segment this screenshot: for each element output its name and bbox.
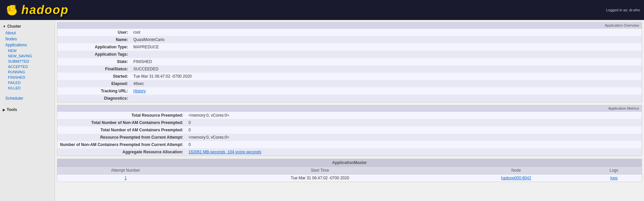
am-table: ApplicationMaster Attempt Number Start T… xyxy=(57,159,642,182)
svg-point-7 xyxy=(14,5,16,7)
am-attempt-link[interactable]: 1 xyxy=(124,176,127,180)
table-row: FinalStatus: SUCCEEDED xyxy=(57,65,642,73)
state-value: FINISHED xyxy=(131,58,642,65)
am-table-row: 1 Tue Mar 31 06:47:02 -0700 2020 hadoop0… xyxy=(57,174,642,182)
sidebar-item-nodes[interactable]: Nodes xyxy=(0,36,55,42)
app-overview-title: Application Overview xyxy=(57,22,642,29)
aggregate-resource-link[interactable]: 162061 MB-seconds, 104 vcore-seconds xyxy=(189,150,261,154)
resource-preempted-current-label: Resource Preempted from Current Attempt: xyxy=(57,134,186,141)
total-resource-preempted-value: <memory:0, vCores:0> xyxy=(186,112,642,119)
table-row: State: FINISHED xyxy=(57,58,642,65)
non-am-containers-label: Total Number of Non-AM Containers Preemp… xyxy=(57,119,186,126)
logo-text: hadoop xyxy=(21,3,69,17)
content-area: Application Overview User: root Name: Qu… xyxy=(55,20,644,201)
table-row: Total Number of Non-AM Containers Preemp… xyxy=(57,119,642,126)
app-type-label: Application Type: xyxy=(57,43,131,51)
table-row: Number of Non-AM Containers Preempted fr… xyxy=(57,141,642,148)
aggregate-resource-value: 162061 MB-seconds, 104 vcore-seconds xyxy=(186,148,642,156)
table-row: Resource Preempted from Current Attempt:… xyxy=(57,134,642,141)
svg-point-3 xyxy=(8,7,10,11)
table-row: Total Number of AM Containers Preempted:… xyxy=(57,126,642,134)
tools-section-header[interactable]: ▶ Tools xyxy=(0,106,55,113)
am-containers-value: 0 xyxy=(186,126,642,134)
logged-in-label: Logged in as: dr.who xyxy=(606,8,640,12)
hadoop-elephant-icon xyxy=(4,2,20,18)
am-logs-link[interactable]: logs xyxy=(610,176,618,180)
sidebar-item-killed[interactable]: KILLED xyxy=(0,85,55,91)
am-col-start-time: Start Time xyxy=(194,167,446,174)
header: hadoop Logged in as: dr.who xyxy=(0,0,644,20)
app-metrics-panel: Application Metrics Total Resource Preem… xyxy=(57,105,642,156)
non-am-containers-value: 0 xyxy=(186,119,642,126)
tracking-url-label: Tracking URL: xyxy=(57,87,131,95)
sidebar-item-finished[interactable]: FINISHED xyxy=(0,75,55,80)
app-tags-value xyxy=(131,51,642,58)
sidebar-item-applications[interactable]: Applications xyxy=(0,42,55,48)
started-value: Tue Mar 31 06:47:02 -0700 2020 xyxy=(131,73,642,80)
cluster-section-header[interactable]: ▼ Cluster xyxy=(0,23,55,30)
final-status-label: FinalStatus: xyxy=(57,65,131,73)
table-row: Application Type: MAPREDUCE xyxy=(57,43,642,51)
am-containers-label: Total Number of AM Containers Preempted: xyxy=(57,126,186,134)
table-row: Aggregate Resource Allocation: 162061 MB… xyxy=(57,148,642,156)
tools-arrow: ▶ xyxy=(3,108,5,112)
state-label: State: xyxy=(57,58,131,65)
user-value: root xyxy=(131,29,642,36)
am-col-attempt: Attempt Number xyxy=(57,167,194,174)
am-panel: ApplicationMaster Attempt Number Start T… xyxy=(57,159,642,182)
am-node-value: hadoop000:8042 xyxy=(446,174,586,182)
aggregate-resource-label: Aggregate Resource Allocation: xyxy=(57,148,186,156)
table-row: Elapsed: 46sec xyxy=(57,80,642,87)
sidebar-item-about[interactable]: About xyxy=(0,30,55,36)
name-label: Name: xyxy=(57,36,131,43)
app-tags-label: Application Tags: xyxy=(57,51,131,58)
am-section-title: ApplicationMaster xyxy=(57,159,642,167)
logo-area: hadoop xyxy=(4,2,69,18)
resource-preempted-current-value: <memory:0, vCores:0> xyxy=(186,134,642,141)
cluster-label: Cluster xyxy=(7,24,21,29)
non-am-containers-current-label: Number of Non-AM Containers Preempted fr… xyxy=(57,141,186,148)
tools-label: Tools xyxy=(7,107,17,112)
diagnostics-label: Diagnostics: xyxy=(57,95,131,102)
am-col-node: Node xyxy=(446,167,586,174)
am-col-logs: Logs xyxy=(586,167,642,174)
am-table-header-row: Attempt Number Start Time Node Logs xyxy=(57,167,642,174)
am-node-link[interactable]: hadoop000:8042 xyxy=(501,176,531,180)
table-row: Total Resource Preempted: <memory:0, vCo… xyxy=(57,112,642,119)
app-metrics-table: Total Resource Preempted: <memory:0, vCo… xyxy=(57,112,642,156)
app-overview-table: User: root Name: QuasiMonteCarlo Applica… xyxy=(57,29,642,102)
elapsed-label: Elapsed: xyxy=(57,80,131,87)
non-am-containers-current-value: 0 xyxy=(186,141,642,148)
sidebar-item-failed[interactable]: FAILED xyxy=(0,80,55,85)
sidebar-item-new-saving[interactable]: NEW_SAVING xyxy=(0,53,55,59)
table-row: Application Tags: xyxy=(57,51,642,58)
am-attempt-value: 1 xyxy=(57,174,194,182)
cluster-arrow: ▼ xyxy=(3,25,6,28)
am-start-time-value: Tue Mar 31 06:47:02 -0700 2020 xyxy=(194,174,446,182)
app-type-value: MAPREDUCE xyxy=(131,43,642,51)
svg-point-5 xyxy=(11,7,11,8)
sidebar-item-new[interactable]: NEW xyxy=(0,48,55,53)
sidebar-item-scheduler[interactable]: Scheduler xyxy=(0,95,55,101)
tracking-url-link[interactable]: History xyxy=(133,89,146,93)
table-row: Started: Tue Mar 31 06:47:02 -0700 2020 xyxy=(57,73,642,80)
name-value: QuasiMonteCarlo xyxy=(131,36,642,43)
sidebar: ▼ Cluster About Nodes Applications NEW N… xyxy=(0,20,55,201)
user-label: User: xyxy=(57,29,131,36)
am-logs-value: logs xyxy=(586,174,642,182)
table-row: Name: QuasiMonteCarlo xyxy=(57,36,642,43)
tracking-url-value: History xyxy=(131,87,642,95)
total-resource-preempted-label: Total Resource Preempted: xyxy=(57,112,186,119)
sidebar-item-running[interactable]: RUNNING xyxy=(0,69,55,75)
table-row: Tracking URL: History xyxy=(57,87,642,95)
diagnostics-value xyxy=(131,95,642,102)
main-layout: ▼ Cluster About Nodes Applications NEW N… xyxy=(0,20,644,201)
app-overview-panel: Application Overview User: root Name: Qu… xyxy=(57,22,642,102)
table-row: User: root xyxy=(57,29,642,36)
elapsed-value: 46sec xyxy=(131,80,642,87)
app-metrics-title: Application Metrics xyxy=(57,105,642,112)
sidebar-item-submitted[interactable]: SUBMITTED xyxy=(0,59,55,64)
started-label: Started: xyxy=(57,73,131,80)
sidebar-item-accepted[interactable]: ACCEPTED xyxy=(0,64,55,69)
table-row: Diagnostics: xyxy=(57,95,642,102)
